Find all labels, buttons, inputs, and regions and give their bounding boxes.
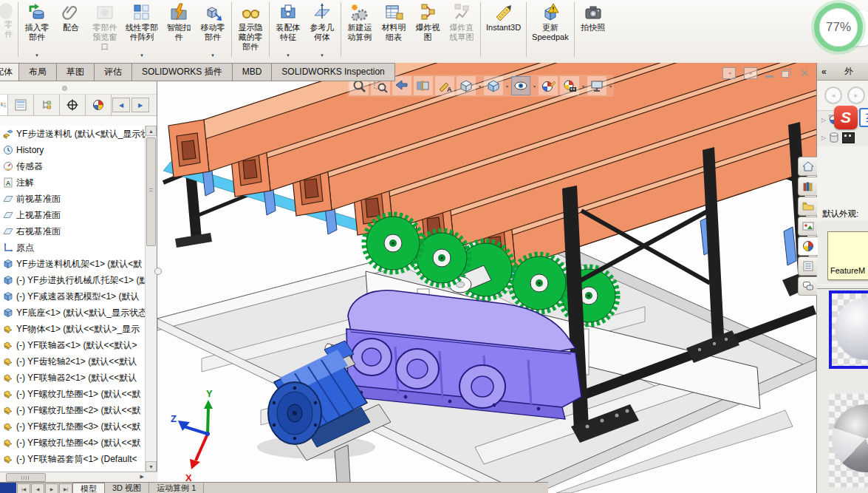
file-explorer-icon[interactable] — [798, 197, 817, 216]
minimize-button[interactable] — [765, 75, 773, 78]
expand-arrow-icon[interactable]: ▷ — [821, 117, 826, 123]
appearance-swatch[interactable] — [829, 394, 868, 487]
tree-item-history[interactable]: History — [0, 142, 145, 158]
display-style-icon[interactable] — [484, 76, 503, 95]
tree-item-component[interactable]: (-) YF螺纹孔垫圈<2> (默认<<默 — [0, 402, 145, 418]
tree-item-top-plane[interactable]: 上视基准面 — [0, 207, 145, 223]
dropdown-caret-icon[interactable]: ▾ — [479, 84, 481, 89]
tree-item-component[interactable]: YF物体<1> (默认<<默认>_显示 — [0, 321, 145, 337]
tree-item-component[interactable]: (-) YF减速器装配模型<1> (默认 — [0, 288, 145, 305]
view-settings-icon[interactable] — [587, 76, 606, 95]
ime-mode-badge[interactable]: 英 — [859, 108, 868, 127]
toolbar-button-take-snapshot[interactable]: 拍快照 — [576, 0, 610, 60]
tree-item-front-plane[interactable]: 前视基准面 — [0, 191, 145, 207]
previous-view-icon[interactable] — [392, 76, 411, 95]
scroll-down-icon[interactable]: ▼ — [146, 461, 157, 472]
toolbar-button-move-component[interactable]: 移动零 部件▼ — [196, 0, 230, 60]
tree-item-sensors[interactable]: 传感器 — [0, 158, 145, 174]
dropdown-caret-icon[interactable]: ▾ — [609, 84, 612, 89]
tree-item-component[interactable]: (-) YF联轴器<1> (默认<<默认> — [0, 337, 145, 353]
expand-arrow-icon[interactable]: ▷ — [821, 135, 826, 141]
toolbar-button-instant3d[interactable]: Instant3D — [482, 0, 524, 60]
hide-show-items-icon[interactable] — [511, 76, 530, 95]
tab-assembly-partial[interactable]: 配体 — [0, 63, 19, 81]
previous-study-icon[interactable]: ◀ — [31, 483, 44, 493]
dropdown-caret-icon[interactable]: ▼ — [140, 53, 144, 58]
dropdown-caret-icon[interactable]: ▾ — [533, 84, 536, 89]
tree-item-component[interactable]: (-) YF齿轮轴2<1> (默认<<默认 — [0, 353, 145, 370]
tab-mbd[interactable]: MBD — [232, 63, 273, 81]
appearance-swatch-selected[interactable] — [829, 290, 868, 369]
tab-layout[interactable]: 布局 — [18, 63, 57, 81]
tree-item-component[interactable]: (-) YF螺纹孔垫圈<1> (默认<<默 — [0, 386, 145, 402]
custom-properties-icon[interactable] — [798, 256, 817, 276]
toolbar-button-edit-component-partial[interactable]: 零件 — [0, 0, 16, 60]
tab-evaluate[interactable]: 评估 — [94, 63, 132, 81]
forward-icon[interactable]: ► — [847, 86, 865, 104]
tree-item-component[interactable]: (-) YF联轴器2<1> (默认<<默认 — [0, 370, 145, 386]
dropdown-caret-icon[interactable]: ▾ — [582, 84, 584, 89]
tab-configuration-manager[interactable] — [34, 95, 60, 115]
tree-item-assembly-root[interactable]: YF步进送料机 (默认<默认_显示状 — [0, 126, 145, 142]
tab-3d-views[interactable]: 3D 视图 — [105, 483, 149, 493]
home-icon[interactable] — [798, 157, 817, 176]
scrollbar-thumb[interactable] — [6, 473, 46, 482]
graphics-viewport[interactable]: Y Z X A ▾ ▾ ▾ ▾ ▾ ◂ ▸ ✕ — [157, 63, 816, 493]
dropdown-caret-icon[interactable]: ▾ — [506, 84, 508, 89]
collapse-task-pane-icon[interactable]: « — [821, 67, 827, 77]
tab-display-manager[interactable] — [86, 95, 112, 115]
dropdown-caret-icon[interactable]: ▼ — [35, 53, 39, 58]
tab-dimxpert-manager[interactable] — [60, 95, 86, 115]
design-library-icon[interactable] — [798, 177, 817, 196]
edit-appearance-icon[interactable] — [539, 76, 558, 95]
tab-motion-study-1[interactable]: 运动算例 1 — [149, 483, 204, 493]
tree-item-component[interactable]: YF底座<1> (默认<默认_显示状态 — [0, 305, 145, 321]
dropdown-caret-icon[interactable]: ▼ — [211, 53, 215, 58]
view-palette-icon[interactable] — [798, 217, 817, 236]
toolbar-button-mate[interactable]: 配合 — [54, 0, 88, 60]
toolbar-button-linear-component-pattern[interactable]: 线性零部 件阵列▼ — [122, 0, 162, 60]
toolbar-button-show-hidden-components[interactable]: 显示隐 藏的零 部件 — [233, 0, 267, 60]
apply-scene-icon[interactable] — [560, 76, 579, 95]
annotation-visibility-icon[interactable]: A — [435, 76, 454, 95]
assembly-3d-scene[interactable]: Y Z X — [157, 63, 816, 493]
appearances-scenes-icon[interactable] — [798, 237, 818, 256]
toolbar-button-new-motion-study[interactable]: 新建运 动算例 — [343, 0, 377, 60]
toolbar-button-reference-geometry[interactable]: 参考几 何体▼ — [305, 0, 339, 60]
scrollbar-thumb[interactable] — [146, 137, 156, 246]
tree-item-origin[interactable]: 原点 — [0, 239, 145, 256]
tab-featuremanager-tree[interactable] — [0, 95, 8, 115]
section-view-icon[interactable] — [414, 76, 433, 95]
dropdown-caret-icon[interactable]: ▼ — [286, 53, 290, 58]
panel-splitter-handle[interactable] — [154, 268, 162, 275]
tab-solidworks-inspection[interactable]: SOLIDWORKS Inspection — [271, 63, 394, 81]
tab-sketch[interactable]: 草图 — [56, 63, 95, 81]
toolbar-button-assembly-features[interactable]: 装配体 特征▼ — [271, 0, 305, 60]
tree-filter-row[interactable] — [0, 116, 157, 126]
tree-item-component[interactable]: (-) YF联轴器套筒<1> (Default< — [0, 451, 145, 467]
back-icon[interactable]: ◄ — [824, 86, 842, 104]
split-pane-left-button[interactable]: ◂ — [722, 67, 736, 79]
split-pane-right-button[interactable]: ▸ — [744, 67, 757, 79]
view-orientation-icon[interactable] — [457, 76, 476, 95]
tree-vertical-scrollbar[interactable]: ▲ ▼ — [145, 126, 157, 472]
tab-solidworks-addins[interactable]: SOLIDWORKS 插件 — [131, 63, 233, 81]
tree-item-component[interactable]: (-) YF步进执行机械爪托架<1> (默 — [0, 272, 145, 288]
toolbar-button-bill-of-materials[interactable]: 材料明 细表 — [377, 0, 411, 60]
restore-button[interactable] — [782, 69, 791, 78]
sogou-ime-icon[interactable]: S — [834, 106, 858, 129]
next-study-icon[interactable]: ▶ — [45, 483, 58, 493]
toolbar-button-exploded-view[interactable]: 爆炸视 图 — [411, 0, 445, 60]
tree-item-component[interactable]: (-) YF螺纹孔垫圈<4> (默认<<默 — [0, 435, 145, 451]
toolbar-button-insert-component[interactable]: 插入零 部件▼ — [20, 0, 54, 60]
last-study-icon[interactable]: ▶| — [59, 483, 72, 493]
first-study-icon[interactable]: |◀ — [17, 483, 30, 493]
toolbar-button-smart-fasteners[interactable]: 智能扣 件 — [162, 0, 196, 60]
tree-item-component[interactable]: YF步进送料机机架<1> (默认<默 — [0, 256, 145, 272]
toolbar-button-update-speedpak[interactable]: 更新 Speedpak — [528, 0, 573, 60]
tab-model[interactable]: 模型 — [72, 483, 105, 493]
scroll-right-icon[interactable]: ▶ — [140, 474, 144, 480]
scenes-tree-item[interactable]: ▷ — [817, 129, 868, 146]
tree-item-annotations[interactable]: 注解 — [0, 174, 145, 191]
close-icon[interactable]: ✕ — [799, 68, 809, 78]
